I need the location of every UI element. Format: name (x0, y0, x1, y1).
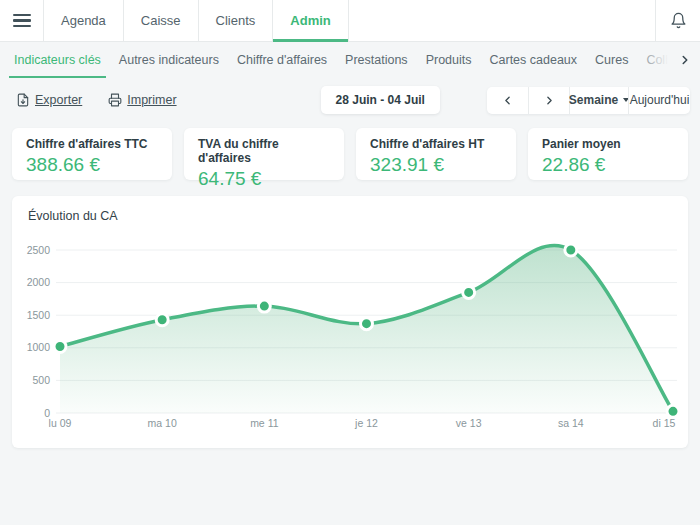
svg-text:lu 09: lu 09 (49, 417, 72, 429)
nav-tab-clients[interactable]: Clients (198, 0, 273, 41)
today-button[interactable]: Aujourd'hui (628, 87, 690, 114)
nav-tab-admin[interactable]: Admin (272, 0, 348, 41)
subtab-produits[interactable]: Produits (417, 42, 481, 78)
period-controls: Semaine Aujourd'hui (487, 87, 690, 114)
chevron-right-icon (678, 53, 692, 67)
kpi-label: Chiffre d'affaires HT (370, 137, 502, 151)
period-select[interactable]: Semaine (569, 87, 628, 114)
svg-text:me 11: me 11 (250, 417, 279, 429)
export-file-icon (16, 93, 30, 107)
top-navigation: Agenda Caisse Clients Admin (0, 0, 700, 42)
chart-card: Évolution du CA 05001000150020002500lu 0… (12, 196, 688, 448)
kpi-card-ca-ttc: Chiffre d'affaires TTC 388.66 € (12, 128, 172, 180)
previous-period-button[interactable] (487, 87, 528, 114)
next-period-button[interactable] (528, 87, 569, 114)
subtab-indicateurs-cles[interactable]: Indicateurs clés (5, 42, 110, 78)
kpi-value: 323.91 € (370, 154, 502, 176)
kpi-value: 388.66 € (26, 154, 158, 176)
svg-text:2000: 2000 (27, 276, 51, 288)
hamburger-menu-icon[interactable] (0, 0, 43, 41)
svg-text:500: 500 (32, 374, 50, 386)
date-range-button[interactable]: 28 Juin - 04 Juil (321, 86, 440, 114)
print-button[interactable]: Imprimer (108, 93, 176, 107)
subtab-autres-indicateurs[interactable]: Autres indicateurs (110, 42, 228, 78)
chevron-right-icon (543, 94, 556, 107)
export-button[interactable]: Exporter (16, 93, 82, 107)
kpi-value: 64.75 € (198, 168, 330, 190)
subtab-cartes-cadeaux[interactable]: Cartes cadeaux (480, 42, 586, 78)
svg-text:ve 13: ve 13 (456, 417, 482, 429)
subtab-prestations[interactable]: Prestations (336, 42, 417, 78)
kpi-label: Panier moyen (542, 137, 674, 151)
ca-evolution-line-chart: 05001000150020002500lu 09ma 10me 11je 12… (12, 196, 688, 448)
printer-icon (108, 93, 122, 107)
kpi-label: Chiffre d'affaires TTC (26, 137, 158, 151)
svg-text:sa 14: sa 14 (558, 417, 584, 429)
kpi-value: 22.86 € (542, 154, 674, 176)
kpi-row: Chiffre d'affaires TTC 388.66 € TVA du c… (0, 122, 700, 180)
bell-icon (670, 12, 687, 29)
admin-subtabs: Indicateurs clés Autres indicateurs Chif… (0, 42, 700, 78)
subtab-chiffre-affaires[interactable]: Chiffre d'affaires (228, 42, 336, 78)
print-label: Imprimer (127, 93, 176, 107)
svg-text:1000: 1000 (27, 341, 51, 353)
kpi-card-panier-moyen: Panier moyen 22.86 € (528, 128, 688, 180)
kpi-card-tva: TVA du chiffre d'affaires 64.75 € (184, 128, 344, 180)
svg-text:1500: 1500 (27, 309, 51, 321)
svg-text:je 12: je 12 (354, 417, 378, 429)
chevron-left-icon (501, 94, 514, 107)
report-toolbar: Exporter Imprimer 28 Juin - 04 Juil Sema… (0, 78, 700, 122)
subtab-cures[interactable]: Cures (586, 42, 637, 78)
period-select-value: Semaine (569, 93, 618, 107)
export-label: Exporter (35, 93, 82, 107)
kpi-label: TVA du chiffre d'affaires (198, 137, 330, 165)
kpi-card-ca-ht: Chiffre d'affaires HT 323.91 € (356, 128, 516, 180)
svg-text:ma 10: ma 10 (148, 417, 177, 429)
svg-text:2500: 2500 (27, 244, 51, 256)
nav-tab-caisse[interactable]: Caisse (123, 0, 198, 41)
topnav-spacer (349, 0, 655, 41)
nav-tab-agenda[interactable]: Agenda (43, 0, 123, 41)
subtabs-scroll-right-button[interactable] (678, 42, 692, 78)
notifications-button[interactable] (655, 0, 700, 41)
